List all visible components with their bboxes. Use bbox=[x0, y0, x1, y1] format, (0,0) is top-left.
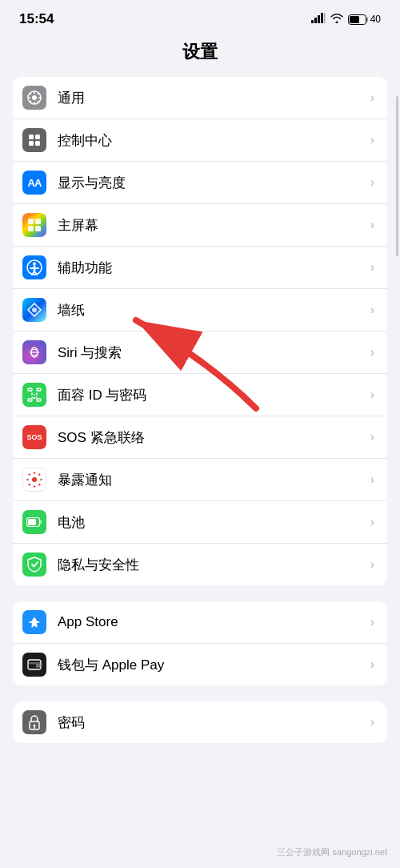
sos-chevron: › bbox=[370, 430, 374, 444]
battery-label: 电池 bbox=[58, 513, 370, 532]
settings-row-privacy[interactable]: 隐私与安全性 › bbox=[13, 544, 387, 585]
settings-group-1: 通用 › 控制中心 › AA 显示与亮度 › bbox=[13, 77, 387, 585]
home-screen-chevron: › bbox=[370, 218, 374, 232]
settings-row-general[interactable]: 通用 › bbox=[13, 77, 387, 119]
svg-rect-26 bbox=[35, 226, 41, 231]
battery-settings-icon bbox=[22, 510, 46, 534]
svg-point-46 bbox=[26, 479, 28, 480]
settings-row-home-screen[interactable]: 主屏幕 › bbox=[13, 204, 387, 247]
svg-point-50 bbox=[29, 484, 30, 485]
settings-row-accessibility[interactable]: 辅助功能 › bbox=[13, 247, 387, 289]
signal-icon bbox=[311, 13, 326, 26]
privacy-icon bbox=[22, 553, 46, 577]
wallpaper-chevron: › bbox=[370, 303, 374, 317]
svg-rect-1 bbox=[314, 18, 317, 23]
general-icon bbox=[22, 86, 46, 110]
svg-point-28 bbox=[33, 263, 36, 266]
svg-rect-6 bbox=[350, 16, 359, 23]
page-title: 设置 bbox=[0, 34, 400, 77]
wallpaper-icon bbox=[22, 298, 46, 322]
exposure-label: 暴露通知 bbox=[58, 471, 370, 489]
svg-point-48 bbox=[29, 474, 30, 476]
svg-line-16 bbox=[38, 101, 39, 102]
svg-rect-38 bbox=[28, 399, 32, 401]
wallet-icon bbox=[22, 653, 46, 677]
battery-chevron: › bbox=[370, 515, 374, 529]
control-center-label: 控制中心 bbox=[58, 131, 370, 150]
svg-line-17 bbox=[38, 93, 39, 94]
accessibility-chevron: › bbox=[370, 260, 374, 275]
svg-rect-37 bbox=[37, 388, 41, 391]
privacy-chevron: › bbox=[370, 557, 374, 572]
accessibility-icon bbox=[22, 255, 46, 279]
svg-line-18 bbox=[30, 101, 31, 102]
face-id-label: 面容 ID 与密码 bbox=[58, 386, 370, 404]
svg-point-51 bbox=[38, 484, 40, 485]
settings-row-battery[interactable]: 电池 › bbox=[13, 501, 387, 544]
password-label: 密码 bbox=[58, 713, 370, 732]
settings-row-appstore[interactable]: App Store › bbox=[13, 601, 387, 644]
svg-point-49 bbox=[38, 474, 40, 476]
scrollbar[interactable] bbox=[396, 96, 398, 256]
settings-row-wallet[interactable]: 钱包与 Apple Pay › bbox=[13, 644, 387, 685]
settings-row-display[interactable]: AA 显示与亮度 › bbox=[13, 162, 387, 204]
svg-rect-36 bbox=[28, 388, 32, 391]
settings-row-control-center[interactable]: 控制中心 › bbox=[13, 119, 387, 162]
appstore-label: App Store bbox=[58, 614, 370, 630]
privacy-label: 隐私与安全性 bbox=[58, 556, 370, 574]
status-icons: 40 bbox=[311, 12, 381, 26]
settings-row-siri[interactable]: Siri 与搜索 › bbox=[13, 332, 387, 374]
svg-rect-39 bbox=[37, 399, 41, 401]
svg-rect-19 bbox=[29, 135, 34, 139]
svg-rect-56 bbox=[28, 662, 41, 665]
siri-icon bbox=[22, 340, 46, 364]
settings-group-2: App Store › 钱包与 Apple Pay › bbox=[13, 601, 387, 685]
svg-rect-23 bbox=[28, 219, 34, 224]
battery-icon: 40 bbox=[348, 14, 381, 25]
display-label: 显示与亮度 bbox=[58, 174, 370, 192]
accessibility-label: 辅助功能 bbox=[58, 259, 370, 277]
settings-row-wallpaper[interactable]: 墙纸 › bbox=[13, 289, 387, 332]
svg-point-33 bbox=[32, 307, 37, 312]
battery-level: 40 bbox=[370, 14, 381, 25]
face-id-icon bbox=[22, 383, 46, 407]
svg-rect-0 bbox=[311, 20, 314, 23]
svg-rect-21 bbox=[29, 141, 34, 146]
status-bar: 15:54 40 bbox=[0, 0, 400, 34]
home-screen-label: 主屏幕 bbox=[58, 216, 370, 235]
svg-rect-3 bbox=[321, 13, 323, 23]
svg-point-47 bbox=[40, 479, 42, 480]
general-chevron: › bbox=[370, 90, 374, 105]
svg-point-44 bbox=[34, 472, 35, 473]
settings-row-sos[interactable]: SOS SOS 紧急联络 › bbox=[13, 416, 387, 459]
control-center-chevron: › bbox=[370, 133, 374, 147]
svg-point-10 bbox=[32, 95, 37, 100]
password-chevron: › bbox=[370, 715, 374, 729]
display-chevron: › bbox=[370, 175, 374, 190]
settings-row-face-id[interactable]: 面容 ID 与密码 › bbox=[13, 374, 387, 416]
wallet-label: 钱包与 Apple Pay bbox=[58, 656, 370, 674]
svg-rect-2 bbox=[318, 15, 320, 23]
sos-icon: SOS bbox=[22, 425, 46, 449]
settings-group-3: 密码 › bbox=[13, 701, 387, 743]
home-screen-icon bbox=[22, 213, 46, 237]
svg-rect-20 bbox=[35, 135, 40, 139]
settings-row-password[interactable]: 密码 › bbox=[13, 701, 387, 743]
face-id-chevron: › bbox=[370, 388, 374, 402]
general-label: 通用 bbox=[58, 89, 370, 107]
svg-rect-24 bbox=[35, 219, 41, 224]
status-time: 15:54 bbox=[19, 11, 54, 27]
settings-row-exposure[interactable]: 暴露通知 › bbox=[13, 459, 387, 501]
svg-line-15 bbox=[30, 93, 31, 94]
svg-point-43 bbox=[32, 477, 37, 482]
control-center-icon bbox=[22, 128, 46, 152]
watermark: 三公子游戏网 sangongzi.net bbox=[277, 846, 387, 858]
exposure-icon bbox=[22, 468, 46, 492]
exposure-chevron: › bbox=[370, 472, 374, 487]
password-icon bbox=[22, 710, 46, 734]
svg-rect-4 bbox=[324, 13, 326, 23]
svg-point-45 bbox=[34, 485, 35, 487]
display-icon: AA bbox=[22, 171, 46, 195]
wallet-chevron: › bbox=[370, 657, 374, 672]
wallpaper-label: 墙纸 bbox=[58, 301, 370, 319]
